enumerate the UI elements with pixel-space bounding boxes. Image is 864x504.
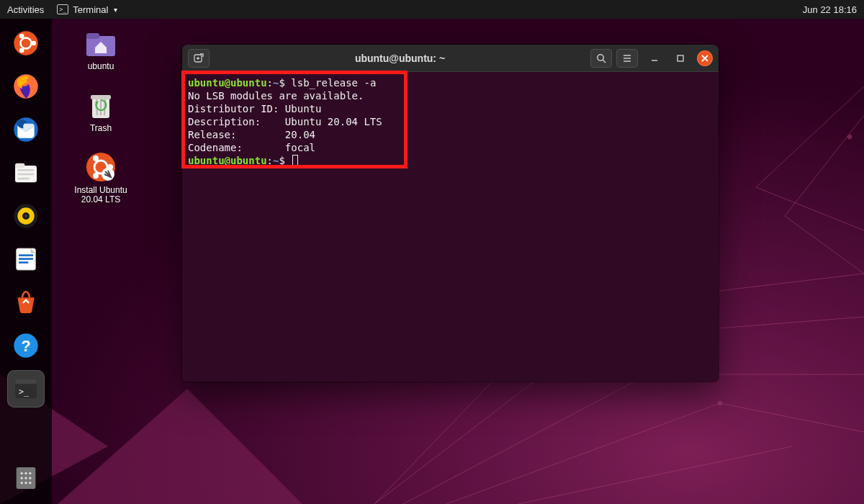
app-menu-label: Terminal	[73, 4, 108, 15]
dock-thunderbird[interactable]	[7, 111, 45, 148]
dock-terminal[interactable]: >_	[7, 370, 45, 408]
desktop-icons: ubuntu Trash Install Ubuntu 20.04 LTS	[65, 26, 137, 205]
maximize-button[interactable]	[671, 50, 690, 66]
dock-rhythmbox[interactable]	[7, 197, 45, 235]
svg-rect-13	[17, 169, 34, 171]
terminal-window: ubuntu@ubuntu: ~ ubuntu@ubuntu:~$ lsb_re…	[182, 45, 719, 382]
svg-point-35	[29, 477, 31, 479]
svg-point-46	[93, 156, 99, 161]
svg-rect-21	[19, 254, 33, 256]
terminal-command: lsb_release -a	[291, 77, 376, 89]
dock-ubuntu-software[interactable]	[7, 284, 45, 321]
svg-rect-23	[19, 261, 28, 264]
svg-rect-12	[15, 163, 24, 168]
svg-rect-22	[19, 258, 33, 260]
new-tab-button[interactable]	[188, 49, 210, 68]
svg-point-50	[598, 54, 603, 60]
dock-show-applications[interactable]	[7, 459, 45, 497]
svg-point-32	[29, 472, 31, 474]
svg-point-38	[29, 482, 31, 484]
svg-point-33	[21, 477, 23, 479]
terminal-output-line: Release: 20.04	[188, 129, 315, 140]
terminal-body[interactable]: ubuntu@ubuntu:~$ lsb_release -a No LSB m…	[182, 72, 719, 382]
svg-text:>_: >_	[19, 387, 30, 397]
terminal-icon	[57, 4, 68, 14]
top-bar: Activities Terminal ▾ Jun 22 18:16	[0, 0, 864, 19]
svg-point-34	[24, 477, 27, 479]
svg-point-2	[718, 401, 722, 405]
svg-rect-40	[86, 33, 99, 39]
dock-libreoffice-writer[interactable]	[7, 240, 45, 278]
desktop-install-label: Install Ubuntu 20.04 LTS	[65, 186, 137, 206]
prompt-user: ubuntu@ubuntu	[188, 155, 267, 166]
dock-ubuntu-logo[interactable]	[7, 24, 45, 62]
minimize-button[interactable]	[645, 50, 664, 66]
svg-rect-15	[17, 178, 30, 180]
terminal-cursor	[292, 155, 298, 166]
dock-help[interactable]: ?	[7, 327, 45, 364]
dock: ? >_	[0, 19, 52, 504]
svg-rect-42	[91, 95, 111, 99]
desktop-trash[interactable]: Trash	[65, 88, 137, 134]
chevron-down-icon: ▾	[114, 6, 117, 14]
desktop-install-ubuntu[interactable]: Install Ubuntu 20.04 LTS	[65, 150, 137, 206]
svg-point-31	[24, 472, 27, 474]
svg-point-30	[21, 472, 23, 474]
svg-point-36	[21, 482, 23, 484]
svg-rect-14	[17, 174, 34, 176]
svg-point-47	[93, 173, 99, 179]
svg-line-51	[603, 60, 606, 63]
search-button[interactable]	[590, 49, 612, 68]
dock-files[interactable]	[7, 154, 45, 192]
clock[interactable]: Jun 22 18:16	[803, 4, 857, 15]
desktop-home-folder[interactable]: ubuntu	[65, 26, 137, 72]
svg-rect-27	[15, 379, 37, 384]
terminal-output-line: Description: Ubuntu 20.04 LTS	[188, 116, 382, 127]
dock-firefox[interactable]	[7, 68, 45, 105]
close-button[interactable]	[697, 50, 713, 66]
terminal-titlebar[interactable]: ubuntu@ubuntu: ~	[182, 45, 719, 72]
terminal-output-line: Distributor ID: Ubuntu	[188, 103, 321, 114]
svg-point-7	[19, 34, 24, 39]
svg-point-19	[24, 215, 27, 217]
terminal-title: ubuntu@ubuntu: ~	[214, 53, 586, 64]
svg-point-6	[32, 41, 37, 46]
prompt-user: ubuntu@ubuntu	[188, 77, 267, 89]
desktop-trash-label: Trash	[90, 124, 112, 134]
desktop-home-label: ubuntu	[88, 62, 114, 72]
svg-rect-53	[678, 55, 683, 61]
svg-point-37	[24, 482, 27, 484]
svg-text:?: ?	[21, 337, 30, 355]
terminal-output-line: Codename: focal	[188, 142, 315, 153]
hamburger-menu-button[interactable]	[616, 49, 638, 68]
activities-button[interactable]: Activities	[7, 4, 44, 15]
terminal-output-line: No LSB modules are available.	[188, 90, 364, 102]
app-menu[interactable]: Terminal ▾	[57, 4, 117, 15]
svg-point-8	[19, 48, 24, 53]
